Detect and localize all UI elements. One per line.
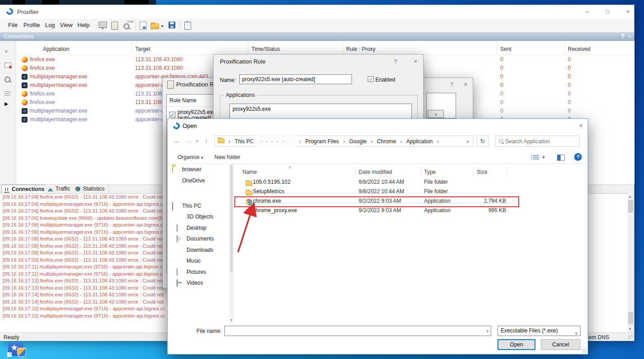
log-scrollbar[interactable]: ▲ ▼ [627, 194, 634, 332]
view-dropdown-icon[interactable]: ▾ [543, 155, 545, 159]
back-icon[interactable]: ← [174, 137, 180, 145]
scroll-up-icon[interactable]: ▲ [628, 195, 632, 199]
file-row[interactable]: chrome_proxy.exe 9/2/2022 9:03 AM Applic… [233, 206, 586, 215]
close-icon[interactable]: × [414, 58, 417, 65]
rule-name-input[interactable]: proxy922s5.exe [auto-created] [239, 74, 352, 84]
search-input[interactable] [504, 138, 574, 145]
help-icon[interactable]: ? [450, 81, 453, 88]
column-application[interactable]: Application [43, 46, 69, 52]
file-row[interactable]: SetupMetrics 9/8/2022 10:44 AM File fold… [233, 187, 586, 196]
sidebar-item[interactable] [168, 300, 229, 311]
log-panel[interactable]: [09.16 16:17:04] firefox.exe (6632) - 11… [0, 193, 165, 332]
menu-profile[interactable]: Profile [23, 22, 40, 28]
save-profile-icon[interactable] [169, 22, 175, 28]
sidebar-item[interactable]: OneDrive [168, 176, 229, 187]
details-view-icon[interactable] [533, 155, 539, 160]
column-rule-proxy[interactable]: Rule : Proxy [346, 46, 375, 52]
file-row[interactable]: 105.0.5195.102 9/8/2022 10:44 AM File fo… [233, 177, 586, 187]
open-profile-icon[interactable] [151, 23, 159, 29]
crumb-chrome[interactable]: Chrome [377, 136, 396, 147]
help-icon[interactable]: ? [574, 153, 582, 161]
crumb-google[interactable]: Google [349, 136, 367, 147]
action-dropdown[interactable]: ∨ [428, 110, 444, 118]
column-type[interactable]: Type [424, 169, 436, 175]
network-search-icon[interactable]: COM [123, 23, 129, 31]
column-date-modified[interactable]: Date modified [359, 169, 392, 175]
tab-statistics[interactable]: Statistics [73, 185, 109, 193]
file-date: 9/8/2022 10:44 AM [359, 179, 404, 185]
cancel-button[interactable]: Cancel [541, 339, 580, 350]
column-size[interactable]: Size [477, 169, 487, 175]
scrollbar-thumb[interactable] [628, 312, 633, 324]
maximize-button[interactable]: □ [601, 7, 614, 17]
refresh-icon[interactable]: ↻ [477, 136, 489, 147]
rule-checkbox[interactable]: ✓ [169, 112, 175, 118]
breadcrumb[interactable]: › This PC › Program Files › Google › Chr… [215, 136, 473, 147]
sidebar-item[interactable]: browser [168, 164, 229, 176]
file-name-input[interactable]: ∨ [224, 326, 491, 336]
crumb-application[interactable]: Application [406, 136, 433, 147]
sidebar-item[interactable]: Documents [168, 234, 229, 245]
forward-icon[interactable]: → [186, 137, 192, 145]
history-dropdown-icon[interactable]: ∨ [196, 139, 199, 143]
resize-grip[interactable] [582, 349, 587, 353]
sidebar-item[interactable]: 3D Objects [168, 212, 229, 223]
crumb-this-pc[interactable]: This PC [235, 136, 254, 147]
column-name[interactable]: Name [242, 169, 257, 175]
column-target[interactable]: Target [135, 46, 150, 52]
proxy-servers-icon[interactable] [99, 22, 107, 28]
menu-help[interactable]: Help [78, 22, 90, 28]
sidebar-item[interactable] [168, 289, 229, 300]
column-received[interactable]: Received [568, 46, 590, 52]
sidebar-item[interactable]: This PC [168, 201, 229, 212]
scroll-down-icon[interactable]: ▼ [628, 327, 632, 331]
sidebar-item[interactable]: Videos [168, 278, 229, 289]
resize-grip[interactable] [628, 335, 633, 340]
scrollbar-thumb[interactable] [628, 200, 633, 213]
minimize-button[interactable]: – [580, 7, 594, 17]
search-connections-icon[interactable] [5, 76, 10, 84]
filter-dropdown-icon[interactable]: ∨ [575, 329, 578, 338]
file-name-dropdown-icon[interactable]: ∨ [486, 329, 489, 333]
organise-button[interactable]: Organise ▾ [178, 154, 203, 160]
crumb-program-files[interactable]: Program Files [305, 136, 339, 147]
rules-dialog-icon [167, 81, 174, 89]
close-connection-icon[interactable]: × [5, 48, 8, 55]
sidebar-item[interactable]: Music [168, 256, 229, 267]
open-button[interactable]: Open [498, 339, 535, 350]
tab-traffic[interactable]: Traffic [46, 185, 74, 193]
title-bar[interactable]: Proxifier – □ × [0, 5, 634, 18]
sidebar-item[interactable] [168, 186, 229, 198]
tab-connections[interactable]: Connections [1, 185, 49, 194]
close-icon[interactable]: × [464, 81, 467, 88]
menu-log[interactable]: Log [45, 22, 55, 28]
rules-column-header[interactable]: Rule Name [169, 97, 196, 104]
address-dropdown-icon[interactable]: ∨ [466, 139, 469, 144]
up-icon[interactable]: ↑ [205, 137, 208, 145]
column-time-status[interactable]: Time/Status [251, 46, 280, 52]
new-folder-button[interactable]: New folder [215, 154, 240, 160]
column-sent[interactable]: Sent [500, 46, 512, 52]
search-box[interactable] [495, 136, 580, 147]
clipboard-icon[interactable] [184, 22, 191, 30]
proxification-rules-icon[interactable] [111, 22, 118, 30]
sidebar-item[interactable]: Desktop [168, 223, 229, 234]
pin-icon[interactable] [622, 35, 623, 39]
menu-file[interactable]: File [8, 22, 18, 28]
menu-view[interactable]: View [60, 22, 73, 28]
enabled-checkbox[interactable]: ✓ [368, 76, 374, 82]
abort-connection-icon[interactable] [5, 63, 11, 68]
scroll-down-icon[interactable]: ▼ [230, 318, 233, 322]
new-profile-icon[interactable] [140, 22, 146, 30]
open-profile-caret-icon[interactable]: ▾ [161, 24, 164, 28]
sidebar-item[interactable]: Pictures [168, 267, 229, 278]
close-icon[interactable]: × [579, 122, 583, 129]
panel-close-icon[interactable]: × [628, 32, 631, 41]
details-view-icon[interactable] [5, 91, 10, 96]
close-button[interactable]: × [621, 7, 635, 17]
help-icon[interactable]: ? [394, 58, 397, 65]
resolve-icon[interactable]: ▶ [5, 101, 8, 107]
file-type-filter[interactable]: Executable Files (*.exe) ∨ [498, 326, 580, 336]
preview-pane-icon[interactable] [557, 155, 565, 161]
sidebar-item[interactable]: Downloads [168, 245, 229, 256]
